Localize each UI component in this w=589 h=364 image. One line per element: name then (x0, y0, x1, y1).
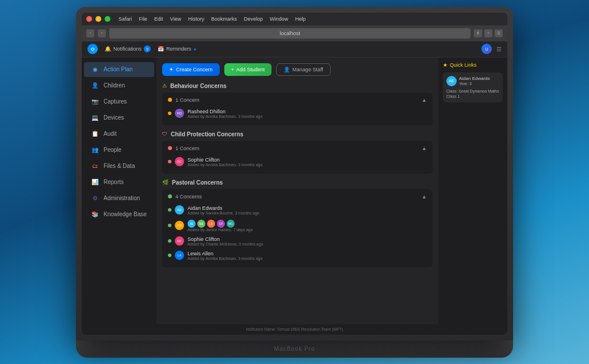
sidebar-item-knowledge[interactable]: 📚 Knowledge Base (84, 207, 154, 222)
macos-menu-bar: Safari File Edit View History Bookmarks … (82, 13, 507, 25)
sidebar-item-action-plan[interactable]: ◉ Action Plan (84, 62, 154, 77)
pastoral-section: 🌿 Pastoral Concerns 4 Concerns ▲ (162, 179, 433, 267)
sidebar-label-devices: Devices (104, 114, 124, 121)
children-icon: 👤 (91, 82, 99, 90)
menu-help[interactable]: Help (295, 16, 306, 22)
menu-window[interactable]: Window (270, 16, 288, 22)
close-button[interactable] (86, 16, 92, 22)
child-protection-card: 1 Concern ▲ SC Sophie Clifton Add (162, 141, 433, 174)
menu-icon[interactable]: ☰ (496, 46, 502, 52)
sidebar-label-audit: Audit (104, 131, 117, 137)
menu-view[interactable]: View (170, 16, 181, 22)
audit-icon: 📋 (91, 130, 99, 138)
calendar-icon: 📅 (158, 46, 164, 52)
add-tab-button[interactable]: + (484, 29, 492, 37)
back-button[interactable]: ‹ (86, 29, 94, 37)
menu-file[interactable]: File (139, 16, 148, 22)
content-area: ◉ Action Plan 👤 Children 📷 Captures (82, 58, 507, 324)
pastoral-item-1-participants: AE ME LE CP MG (188, 220, 253, 228)
behaviour-collapse-button[interactable]: ▲ (422, 97, 427, 103)
quick-links-title: ★ Quick Links (443, 62, 503, 68)
notifications-tab[interactable]: 🔔 Notifications 9 (105, 45, 151, 52)
pastoral-item-0[interactable]: AE Aidan Edwards Added by Sandra Bourne,… (168, 203, 427, 217)
pastoral-item-2-info: Sophie Clifton Added by Charlie McKenna,… (188, 236, 263, 246)
reminders-label: Reminders (166, 46, 192, 52)
cp-item-0[interactable]: SC Sophie Clifton Added by Annika Bachma… (168, 155, 427, 169)
ql-student-avatar: AE (446, 76, 457, 86)
pastoral-item-3[interactable]: LA Lewis Allen Added by Annika Bachman, … (168, 248, 427, 263)
pastoral-count-row: 4 Concerns ▲ (168, 194, 427, 200)
behaviour-count-label: 1 Concern (175, 97, 200, 103)
pastoral-item-2-meta: Added by Charlie McKenna, 3 months ago (188, 242, 263, 246)
star-icon: ★ (443, 62, 448, 68)
address-bar[interactable]: localhost (109, 28, 471, 39)
cp-item-dot (168, 160, 171, 163)
create-concern-button[interactable]: ✦ Create Concern (162, 63, 220, 76)
pastoral-section-header: 🌿 Pastoral Concerns (162, 179, 433, 186)
captures-icon: 📷 (91, 98, 99, 106)
pastoral-item-0-avatar: AE (175, 205, 184, 214)
minimize-button[interactable] (95, 16, 101, 22)
pastoral-item-1-avatar: AR (175, 221, 184, 230)
cp-count-dot (168, 146, 172, 150)
behaviour-item-0[interactable]: RD Rasheed Dhillon Added by Annika Bachm… (168, 106, 427, 121)
sidebar-item-audit[interactable]: 📋 Audit (84, 127, 154, 141)
behaviour-item-info: Rasheed Dhillon Added by Annika Bachman,… (188, 109, 262, 118)
sidebar-label-action-plan: Action Plan (104, 66, 133, 72)
laptop-screen-bezel: Safari File Edit View History Bookmarks … (76, 7, 513, 340)
pastoral-collapse-button[interactable]: ▲ (422, 194, 427, 200)
add-student-icon: + (231, 67, 234, 72)
browser-actions: ⬆ + ☰ (474, 29, 503, 37)
menu-develop[interactable]: Develop (244, 16, 263, 22)
share-button[interactable]: ⬆ (474, 29, 482, 37)
pastoral-item-3-meta: Added by Annika Bachman, 3 months ago (188, 256, 262, 260)
sidebar: ◉ Action Plan 👤 Children 📷 Captures (82, 58, 156, 324)
pastoral-item-2[interactable]: SC Sophie Clifton Added by Charlie McKen… (168, 234, 427, 248)
child-protection-section-header: 🛡 Child Protection Concerns (162, 131, 433, 137)
notifications-label: Notifications (113, 46, 141, 52)
sidebar-label-knowledge: Knowledge Base (104, 211, 147, 217)
sidebar-item-captures[interactable]: 📷 Captures (84, 94, 154, 109)
quick-links-card[interactable]: AE Aidan Edwards Year: 3 Class: Great Dy… (443, 72, 503, 102)
cp-item-meta: Added by Annika Bachman, 3 months ago (188, 163, 262, 167)
maximize-button[interactable] (105, 16, 110, 22)
sidebar-item-files[interactable]: 🗂 Files & Data (84, 159, 154, 174)
behaviour-warning-icon: ⚠ (162, 83, 167, 89)
macbook-label: MacBook Pro (274, 346, 315, 352)
quick-links-panel: ★ Quick Links AE Aidan Edwards Year: 3 (438, 58, 507, 324)
participant-4: MG (227, 220, 235, 228)
forward-button[interactable]: › (98, 29, 106, 37)
behaviour-item-name: Rasheed Dhillon (188, 109, 262, 114)
shield-icon: 🛡 (162, 131, 167, 137)
institution-name: Institution Name: School DfEE Resolution… (246, 327, 343, 331)
sidebar-item-people[interactable]: 👥 People (84, 143, 154, 158)
sidebar-item-children[interactable]: 👤 Children (84, 78, 154, 93)
child-protection-collapse-button[interactable]: ▲ (422, 145, 427, 151)
cp-item-name: Sophie Clifton (188, 157, 262, 163)
menu-history[interactable]: History (188, 16, 204, 22)
pastoral-item-1[interactable]: AR AE ME LE CP MG (168, 217, 427, 234)
plus-icon: ✦ (169, 67, 174, 72)
behaviour-section: ⚠ Behaviour Concerns 1 Concern ▲ (162, 83, 433, 125)
child-protection-count: 1 Concern (168, 145, 200, 151)
user-avatar[interactable]: U (481, 44, 492, 54)
sidebar-toggle-button[interactable]: ☰ (495, 29, 503, 37)
files-icon: 🗂 (91, 162, 99, 170)
reminders-tab[interactable]: 📅 Reminders ● (158, 46, 196, 52)
menu-safari[interactable]: Safari (118, 16, 132, 22)
sidebar-item-reports[interactable]: 📊 Reports (84, 175, 154, 190)
pastoral-item-2-avatar: SC (175, 236, 184, 246)
sidebar-label-captures: Captures (104, 98, 127, 105)
menu-bookmarks[interactable]: Bookmarks (211, 16, 237, 22)
sidebar-item-devices[interactable]: 💻 Devices (84, 110, 154, 125)
behaviour-count-dot (168, 98, 172, 102)
sidebar-item-administration[interactable]: ⚙ Administration (84, 191, 154, 206)
add-student-button[interactable]: + Add Student (224, 63, 272, 76)
menu-edit[interactable]: Edit (154, 16, 163, 22)
main-content: ✦ Create Concern + Add Student 👤 Manage … (156, 58, 438, 324)
child-protection-count-label: 1 Concern (175, 145, 200, 151)
manage-staff-button[interactable]: 👤 Manage Staff (276, 63, 330, 76)
knowledge-icon: 📚 (91, 210, 99, 219)
pastoral-item-0-dot (168, 208, 171, 212)
reminders-badge: ● (194, 47, 197, 52)
